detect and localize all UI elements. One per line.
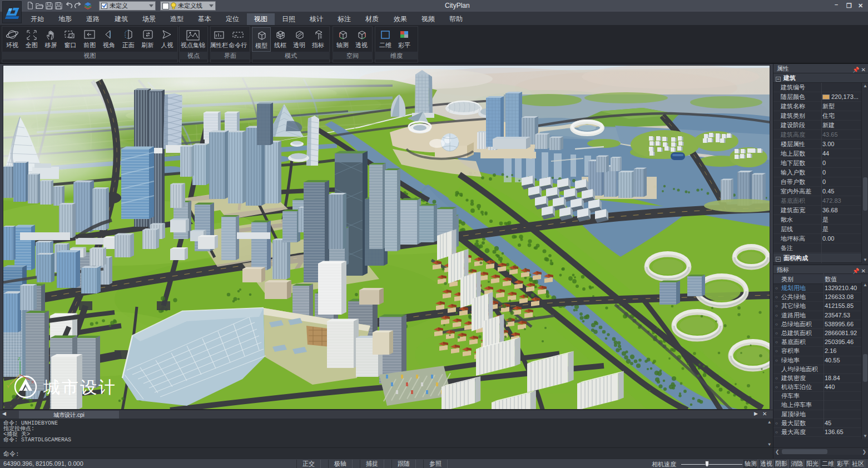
svg-text:城市设计: 城市设计 [43,378,117,396]
svg-text:Y: Y [7,384,10,389]
svg-text:Z: Z [18,356,21,361]
svg-text:X: X [31,380,34,385]
